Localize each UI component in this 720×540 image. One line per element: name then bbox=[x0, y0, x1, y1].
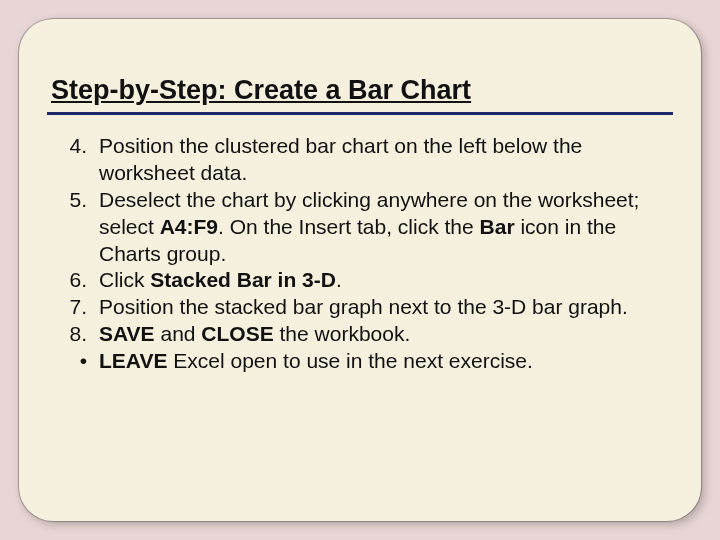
step-marker: • bbox=[51, 348, 87, 375]
slide-title: Step-by-Step: Create a Bar Chart bbox=[47, 75, 673, 106]
step-item: 6.Click Stacked Bar in 3-D. bbox=[91, 267, 667, 294]
steps-list: 4.Position the clustered bar chart on th… bbox=[47, 133, 673, 375]
step-item: 7.Position the stacked bar graph next to… bbox=[91, 294, 667, 321]
title-divider bbox=[47, 112, 673, 115]
step-text: Click Stacked Bar in 3-D. bbox=[99, 268, 342, 291]
step-item: 4.Position the clustered bar chart on th… bbox=[91, 133, 667, 187]
step-marker: 6. bbox=[51, 267, 87, 294]
step-marker: 7. bbox=[51, 294, 87, 321]
step-text: Position the clustered bar chart on the … bbox=[99, 134, 582, 184]
step-item: 8.SAVE and CLOSE the workbook. bbox=[91, 321, 667, 348]
slide-panel: Step-by-Step: Create a Bar Chart 4.Posit… bbox=[19, 19, 701, 521]
step-text: SAVE and CLOSE the workbook. bbox=[99, 322, 410, 345]
step-marker: 4. bbox=[51, 133, 87, 160]
step-text: Position the stacked bar graph next to t… bbox=[99, 295, 628, 318]
step-marker: 8. bbox=[51, 321, 87, 348]
step-marker: 5. bbox=[51, 187, 87, 214]
slide-background: Step-by-Step: Create a Bar Chart 4.Posit… bbox=[0, 0, 720, 540]
step-text: LEAVE Excel open to use in the next exer… bbox=[99, 349, 533, 372]
step-text: Deselect the chart by clicking anywhere … bbox=[99, 188, 639, 265]
step-item: •LEAVE Excel open to use in the next exe… bbox=[91, 348, 667, 375]
step-item: 5.Deselect the chart by clicking anywher… bbox=[91, 187, 667, 268]
